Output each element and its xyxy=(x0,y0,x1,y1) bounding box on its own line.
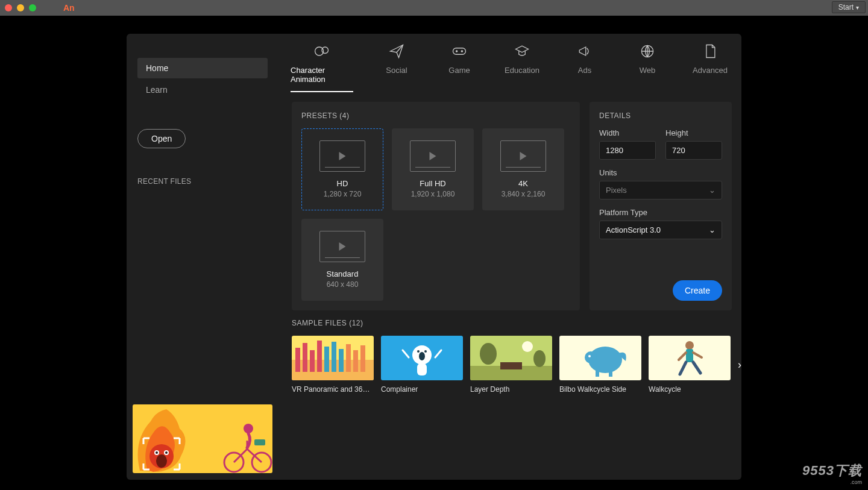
svg-rect-35 xyxy=(609,371,612,377)
sample-files-row: VR Panoramic and 360 ... xyxy=(292,336,732,394)
chevron-down-icon: ⌄ xyxy=(709,186,715,195)
svg-rect-17 xyxy=(360,345,365,372)
presets-heading: PRESETS (4) xyxy=(301,112,570,120)
sample-bilbo-walkcycle[interactable]: Bilbo Walkcycle Side xyxy=(559,336,641,394)
gamepad-icon xyxy=(451,43,468,60)
start-menu-button[interactable]: Start ▾ xyxy=(832,1,866,13)
start-label: Start xyxy=(838,3,854,11)
preset-4k[interactable]: 4K 3,840 x 2,160 xyxy=(482,128,564,210)
svg-point-37 xyxy=(685,341,694,350)
paper-plane-icon xyxy=(388,43,405,60)
units-value: Pixels xyxy=(606,186,627,195)
height-label: Height xyxy=(665,128,722,137)
units-label: Units xyxy=(599,168,722,177)
chevron-right-icon: › xyxy=(738,359,741,371)
tab-game[interactable]: Game xyxy=(440,43,479,92)
tab-character-animation[interactable]: Character Animation xyxy=(291,43,353,92)
sample-vr-panoramic[interactable]: VR Panoramic and 360 ... xyxy=(292,336,374,394)
sample-layer-depth[interactable]: Layer Depth xyxy=(470,336,552,394)
samples-next-button[interactable]: › xyxy=(738,359,741,371)
svg-point-3 xyxy=(456,51,457,52)
recent-files-heading: RECENT FILES xyxy=(137,177,268,186)
tab-education[interactable]: Education xyxy=(503,43,541,92)
document-icon xyxy=(702,43,719,60)
height-input[interactable] xyxy=(665,141,722,160)
preset-hd[interactable]: HD 1,280 x 720 xyxy=(301,128,383,210)
sample-label: Bilbo Walkcycle Side xyxy=(559,385,641,394)
sample-complainer[interactable]: Complainer xyxy=(381,336,463,394)
platform-dropdown[interactable]: ActionScript 3.0 ⌄ xyxy=(599,221,722,239)
chevron-down-icon: ▾ xyxy=(856,4,859,11)
preset-thumb-icon xyxy=(500,140,546,172)
chevron-down-icon: ⌄ xyxy=(709,225,715,234)
sidebar-item-home[interactable]: Home xyxy=(137,58,268,78)
preset-standard[interactable]: Standard 640 x 480 xyxy=(301,219,383,301)
svg-point-4 xyxy=(461,51,462,52)
tab-advanced[interactable]: Advanced xyxy=(691,43,729,92)
svg-rect-49 xyxy=(254,439,265,445)
preset-dimensions: 1,280 x 720 xyxy=(324,190,362,198)
preset-thumb-icon xyxy=(319,140,365,172)
svg-rect-38 xyxy=(686,349,693,362)
sample-files-heading: SAMPLE FILES (12) xyxy=(292,319,732,327)
tab-ads[interactable]: Ads xyxy=(565,43,604,92)
sample-thumbnail xyxy=(649,336,731,380)
sidebar-item-learn[interactable]: Learn xyxy=(137,80,268,100)
preset-name: Full HD xyxy=(420,179,445,188)
globe-icon xyxy=(639,43,656,60)
svg-rect-2 xyxy=(453,48,466,55)
platform-value: ActionScript 3.0 xyxy=(606,225,661,234)
app-name: An xyxy=(63,3,75,13)
svg-rect-16 xyxy=(353,350,358,372)
tab-label: Education xyxy=(505,66,539,75)
minimize-window-button[interactable] xyxy=(17,4,24,11)
create-button[interactable]: Create xyxy=(673,280,722,301)
preset-thumb-icon xyxy=(319,231,365,262)
watermark-sub: .com xyxy=(802,480,862,485)
svg-point-21 xyxy=(417,350,420,353)
presets-panel: PRESETS (4) HD 1,280 x 720 Full HD 1,920… xyxy=(292,102,580,310)
sidebar-preview-thumbnail xyxy=(133,404,272,473)
details-heading: DETAILS xyxy=(599,112,722,120)
sample-thumbnail xyxy=(381,336,463,380)
svg-point-41 xyxy=(156,454,167,468)
sample-label: Complainer xyxy=(381,385,463,394)
svg-point-44 xyxy=(156,451,158,454)
svg-rect-8 xyxy=(295,348,300,372)
preset-full-hd[interactable]: Full HD 1,920 x 1,080 xyxy=(392,128,474,210)
svg-rect-29 xyxy=(500,362,522,369)
titlebar: An Start ▾ xyxy=(0,0,868,16)
sample-thumbnail xyxy=(292,336,374,380)
open-button[interactable]: Open xyxy=(137,129,186,148)
svg-rect-23 xyxy=(417,363,427,375)
preset-dimensions: 1,920 x 1,080 xyxy=(411,190,455,198)
close-window-button[interactable] xyxy=(5,4,12,11)
svg-point-20 xyxy=(419,352,425,360)
maximize-window-button[interactable] xyxy=(29,4,36,11)
watermark: 9553下载 .com xyxy=(802,462,862,485)
characters-icon xyxy=(313,43,330,60)
svg-point-33 xyxy=(588,355,591,357)
svg-rect-34 xyxy=(596,371,599,377)
tab-label: Web xyxy=(640,66,656,75)
sample-walkcycle[interactable]: Walkcycle xyxy=(649,336,731,394)
preset-thumb-icon xyxy=(410,140,456,172)
svg-point-26 xyxy=(522,341,533,352)
tab-label: Character Animation xyxy=(291,66,353,84)
preset-dimensions: 3,840 x 2,160 xyxy=(502,190,546,198)
sample-thumbnail xyxy=(559,336,641,380)
tab-web[interactable]: Web xyxy=(628,43,667,92)
svg-point-32 xyxy=(585,351,597,363)
svg-rect-11 xyxy=(317,341,322,372)
tab-label: Game xyxy=(448,66,470,75)
details-panel: DETAILS Width Height xyxy=(590,102,732,310)
svg-rect-14 xyxy=(339,349,344,372)
units-dropdown[interactable]: Pixels ⌄ xyxy=(599,181,722,199)
tab-social[interactable]: Social xyxy=(377,43,416,92)
svg-rect-13 xyxy=(332,342,336,372)
width-label: Width xyxy=(599,128,656,137)
watermark-text: 9553下载 xyxy=(802,463,862,478)
preset-dimensions: 640 x 480 xyxy=(327,280,359,289)
width-input[interactable] xyxy=(599,141,656,160)
graduation-cap-icon xyxy=(514,43,530,60)
